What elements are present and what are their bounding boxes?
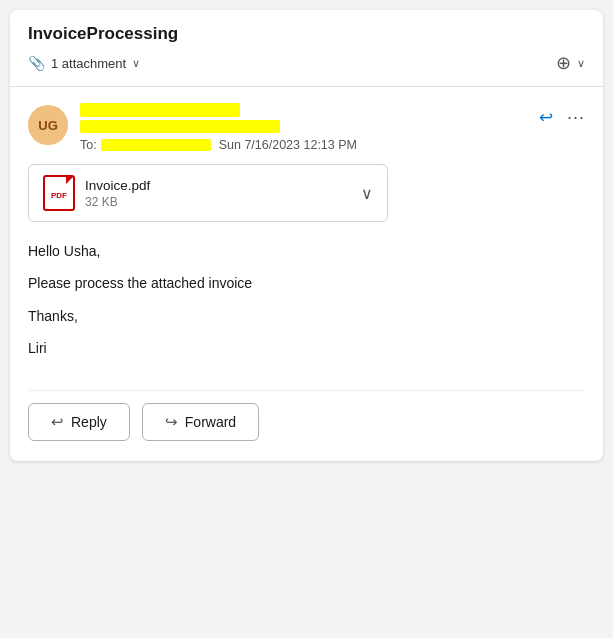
email-header: InvoiceProcessing 📎 1 attachment ∨ ⊕ ∨ [10, 10, 603, 87]
attachment-count-label: 1 attachment [51, 56, 126, 71]
email-body-line3: Liri [28, 337, 585, 359]
to-label: To: [80, 138, 97, 152]
email-subject: InvoiceProcessing [28, 24, 585, 44]
reply-button-icon: ↩ [51, 413, 64, 431]
email-greeting: Hello Usha, [28, 240, 585, 262]
forward-button-label: Forward [185, 414, 236, 430]
attachment-left: PDF Invoice.pdf 32 KB [43, 175, 150, 211]
email-viewer: InvoiceProcessing 📎 1 attachment ∨ ⊕ ∨ U… [10, 10, 603, 461]
email-body: UG To: Sun 7/16/2023 12:13 PM ↩ ··· [10, 87, 603, 461]
email-body-line2: Thanks, [28, 305, 585, 327]
pdf-icon: PDF [43, 175, 75, 211]
sender-info: To: Sun 7/16/2023 12:13 PM [80, 103, 357, 152]
sender-row: UG To: Sun 7/16/2023 12:13 PM ↩ ··· [28, 103, 585, 152]
reply-button[interactable]: ↩ Reply [28, 403, 130, 441]
sender-email-redacted [80, 120, 280, 133]
attachment-chevron-icon: ∨ [132, 57, 140, 70]
zoom-icon[interactable]: ⊕ [556, 52, 571, 74]
avatar: UG [28, 105, 68, 145]
attachment-details: Invoice.pdf 32 KB [85, 178, 150, 209]
sender-actions: ↩ ··· [539, 107, 585, 128]
forward-button[interactable]: ↪ Forward [142, 403, 259, 441]
reply-header-icon[interactable]: ↩ [539, 107, 553, 128]
pdf-icon-text: PDF [51, 191, 67, 200]
email-date: Sun 7/16/2023 12:13 PM [219, 138, 357, 152]
sender-left: UG To: Sun 7/16/2023 12:13 PM [28, 103, 357, 152]
to-row: To: Sun 7/16/2023 12:13 PM [80, 138, 357, 152]
forward-button-icon: ↪ [165, 413, 178, 431]
attachment-name: Invoice.pdf [85, 178, 150, 193]
more-options-icon[interactable]: ··· [567, 107, 585, 128]
attachment-toggle[interactable]: 📎 1 attachment ∨ [28, 55, 140, 71]
attachment-expand-icon[interactable]: ∨ [361, 184, 373, 203]
attachment-card[interactable]: PDF Invoice.pdf 32 KB ∨ [28, 164, 388, 222]
email-body-line1: Please process the attached invoice [28, 272, 585, 294]
paperclip-icon: 📎 [28, 55, 45, 71]
zoom-chevron-icon[interactable]: ∨ [577, 57, 585, 70]
zoom-area: ⊕ ∨ [556, 52, 585, 74]
reply-button-label: Reply [71, 414, 107, 430]
email-content: Hello Usha, Please process the attached … [28, 222, 585, 386]
attachment-row: 📎 1 attachment ∨ ⊕ ∨ [28, 52, 585, 74]
sender-name-redacted [80, 103, 240, 117]
attachment-size: 32 KB [85, 195, 150, 209]
action-buttons: ↩ Reply ↪ Forward [28, 390, 585, 461]
to-email-redacted [101, 139, 211, 151]
